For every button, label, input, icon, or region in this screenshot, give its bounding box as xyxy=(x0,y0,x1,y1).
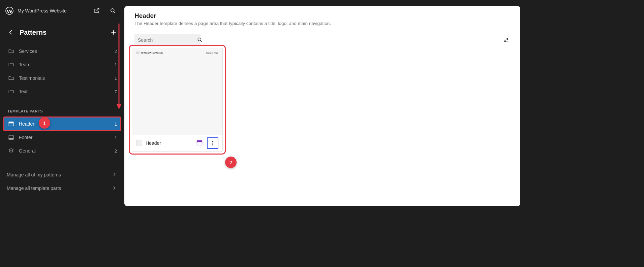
manage-template-parts[interactable]: Manage all template parts xyxy=(0,181,124,195)
svg-point-12 xyxy=(212,141,213,142)
preview-nav-link: Sample Page xyxy=(206,52,218,54)
sidebar-item-general[interactable]: General 2 xyxy=(4,144,120,158)
content-description: The Header template defines a page area … xyxy=(134,21,510,26)
sidebar-item-count: 7 xyxy=(115,89,117,94)
content-body: My WordPress Website Sample Page Header xyxy=(124,50,520,206)
content-toolbar xyxy=(124,30,520,50)
search-icon[interactable] xyxy=(107,5,119,17)
svg-point-8 xyxy=(507,38,508,39)
template-card[interactable]: My WordPress Website Sample Page Header xyxy=(132,48,223,152)
manage-my-patterns[interactable]: Manage all of my patterns xyxy=(0,168,124,181)
content-title: Header xyxy=(134,12,510,20)
preview-logo-icon xyxy=(136,52,140,54)
folder-icon xyxy=(7,74,15,82)
preview-header: My WordPress Website Sample Page xyxy=(136,52,218,54)
sidebar-item-label: Text xyxy=(19,89,115,94)
template-actions-button[interactable] xyxy=(207,137,218,149)
svg-rect-11 xyxy=(197,140,202,142)
preview-site-title: My WordPress Website xyxy=(141,52,163,54)
sidebar-item-team[interactable]: Team 1 xyxy=(4,58,120,71)
sidebar-item-count: 1 xyxy=(115,135,117,140)
manage-label: Manage all template parts xyxy=(7,186,112,191)
template-parts-heading: TEMPLATE PARTS xyxy=(0,100,124,116)
search-box[interactable] xyxy=(134,34,201,46)
sidebar-item-footer[interactable]: Footer 1 xyxy=(4,131,120,144)
content-panel: Header The Header template defines a pag… xyxy=(124,6,520,206)
open-site-icon[interactable] xyxy=(91,5,103,17)
sidebar-item-count: 1 xyxy=(115,76,117,81)
sidebar-item-label: Footer xyxy=(19,135,115,140)
add-pattern-button[interactable] xyxy=(109,28,118,37)
search-input[interactable] xyxy=(138,37,197,43)
sidebar-top-bar: My WordPress Website xyxy=(0,0,124,22)
folder-icon xyxy=(7,47,15,55)
folder-icon xyxy=(7,88,15,95)
svg-point-9 xyxy=(504,41,505,42)
chevron-right-icon xyxy=(112,172,118,178)
sidebar-item-count: 2 xyxy=(115,148,117,154)
sidebar-item-label: General xyxy=(19,148,115,154)
template-preview: My WordPress Website Sample Page xyxy=(132,48,222,135)
sidebar-item-count: 1 xyxy=(115,122,117,127)
template-parts-list: Header 1 Footer 1 General 2 xyxy=(0,116,124,159)
footer-icon xyxy=(7,134,15,141)
content-header: Header The Header template defines a pag… xyxy=(124,6,520,30)
app-root: My WordPress Website Patterns Servic xyxy=(0,0,524,212)
svg-point-1 xyxy=(111,9,114,12)
template-part-icon xyxy=(196,139,204,147)
svg-rect-5 xyxy=(9,138,13,139)
sidebar-item-count: 2 xyxy=(115,49,117,54)
svg-rect-3 xyxy=(9,122,13,123)
template-checkbox[interactable] xyxy=(136,140,142,146)
sidebar-item-count: 1 xyxy=(115,62,117,67)
sidebar-item-services[interactable]: Services 2 xyxy=(4,44,120,58)
folder-icon xyxy=(7,61,15,68)
chevron-right-icon xyxy=(112,185,118,191)
svg-point-13 xyxy=(212,143,213,144)
sidebar-item-testimonials[interactable]: Testimonials 1 xyxy=(4,71,120,85)
divider xyxy=(4,165,120,165)
sidebar: My WordPress Website Patterns Servic xyxy=(0,0,124,212)
search-icon xyxy=(197,37,203,43)
sidebar-item-label: Header xyxy=(19,121,115,127)
sidebar-item-label: Testimonials xyxy=(19,75,115,81)
sidebar-item-label: Services xyxy=(19,48,115,54)
manage-label: Manage all of my patterns xyxy=(7,172,112,177)
template-card-label: Header xyxy=(146,140,193,146)
back-button[interactable] xyxy=(6,28,16,37)
section-head: Patterns xyxy=(0,22,124,43)
sidebar-item-header[interactable]: Header 1 xyxy=(4,117,120,131)
svg-point-14 xyxy=(212,144,213,145)
filter-button[interactable] xyxy=(502,36,510,44)
header-icon xyxy=(7,120,15,128)
site-name[interactable]: My WordPress Website xyxy=(18,8,87,13)
wordpress-logo-icon[interactable] xyxy=(5,7,13,15)
svg-point-7 xyxy=(198,38,201,41)
sidebar-item-text[interactable]: Text 7 xyxy=(4,85,120,98)
layers-icon xyxy=(7,147,15,155)
template-card-footer: Header xyxy=(132,135,222,151)
sidebar-item-label: Team xyxy=(19,62,115,67)
pattern-category-list: Services 2 Team 1 Testimonials 1 xyxy=(0,43,124,100)
section-title: Patterns xyxy=(20,29,105,36)
